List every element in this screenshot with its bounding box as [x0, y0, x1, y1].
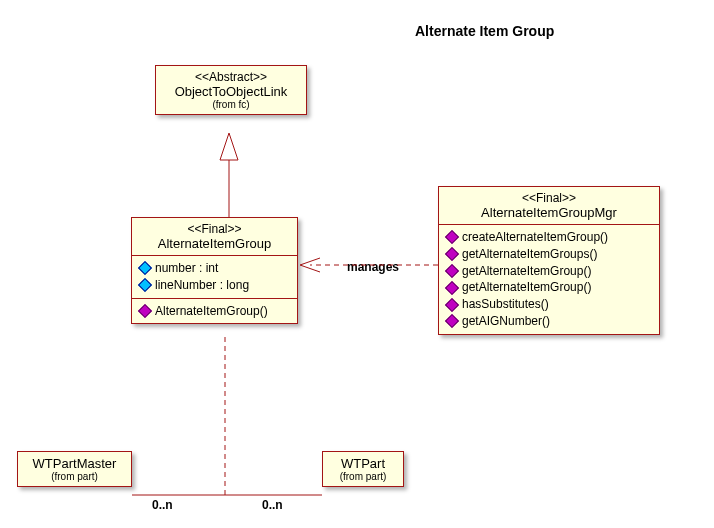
operation: getAlternateItemGroups(): [462, 246, 597, 263]
attribute: number : int: [155, 260, 218, 277]
operation-icon: [445, 281, 459, 295]
multiplicity-left: 0..n: [152, 498, 173, 512]
operation: getAIGNumber(): [462, 313, 550, 330]
class-name: WTPart: [331, 456, 395, 471]
operation: hasSubstitutes(): [462, 296, 549, 313]
from-label: (from fc): [164, 99, 298, 110]
operation-icon: [445, 230, 459, 244]
diagram-title: Alternate Item Group: [415, 23, 554, 39]
operation-icon: [445, 298, 459, 312]
association-label-manages: manages: [347, 260, 399, 274]
operation: createAlternateItemGroup(): [462, 229, 608, 246]
operations: createAlternateItemGroup() getAlternateI…: [439, 225, 659, 334]
operation: getAlternateItemGroup(): [462, 279, 591, 296]
operation: getAlternateItemGroup(): [462, 263, 591, 280]
operations: AlternateItemGroup(): [132, 299, 297, 324]
from-label: (from part): [26, 471, 123, 482]
class-alternate-item-group-mgr: <<Final>> AlternateItemGroupMgr createAl…: [438, 186, 660, 335]
attribute-icon: [138, 278, 152, 292]
operation-icon: [445, 264, 459, 278]
operation-icon: [138, 304, 152, 318]
operation-icon: [445, 314, 459, 328]
svg-marker-1: [220, 133, 238, 160]
class-wtpartmaster: WTPartMaster (from part): [17, 451, 132, 487]
class-name: AlternateItemGroup: [140, 236, 289, 251]
attributes: number : int lineNumber : long: [132, 256, 297, 299]
stereotype: <<Final>>: [447, 191, 651, 205]
class-object-to-object-link: <<Abstract>> ObjectToObjectLink (from fc…: [155, 65, 307, 115]
multiplicity-right: 0..n: [262, 498, 283, 512]
stereotype: <<Abstract>>: [164, 70, 298, 84]
class-alternate-item-group: <<Final>> AlternateItemGroup number : in…: [131, 217, 298, 324]
class-name: AlternateItemGroupMgr: [447, 205, 651, 220]
attribute: lineNumber : long: [155, 277, 249, 294]
from-label: (from part): [331, 471, 395, 482]
attribute-icon: [138, 261, 152, 275]
stereotype: <<Final>>: [140, 222, 289, 236]
operation-icon: [445, 247, 459, 261]
class-wtpart: WTPart (from part): [322, 451, 404, 487]
class-name: WTPartMaster: [26, 456, 123, 471]
class-name: ObjectToObjectLink: [164, 84, 298, 99]
operation: AlternateItemGroup(): [155, 303, 268, 320]
